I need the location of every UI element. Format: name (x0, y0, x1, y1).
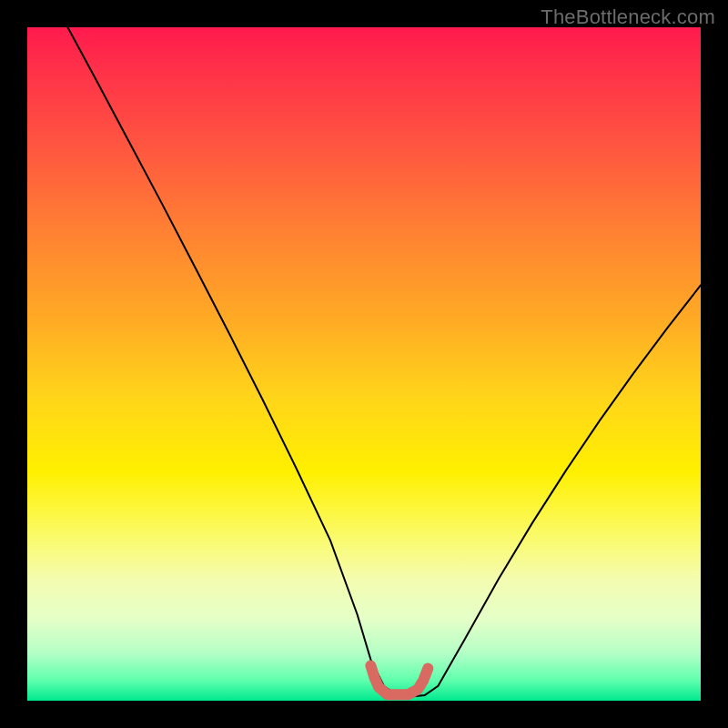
bottleneck-curve (67, 27, 701, 697)
chart-frame: TheBottleneck.com (0, 0, 728, 728)
plot-area (27, 27, 701, 701)
chart-svg (27, 27, 701, 701)
flat-bottom-marker (370, 666, 428, 695)
watermark-text: TheBottleneck.com (541, 5, 715, 29)
